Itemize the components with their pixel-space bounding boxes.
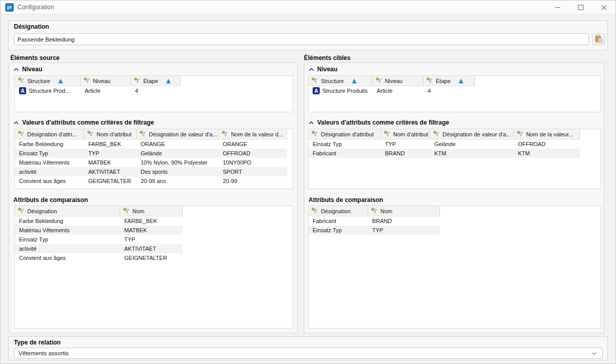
- table-cell: Gelände: [137, 150, 219, 156]
- table-cell: MATBEK: [84, 159, 137, 166]
- source-filter-section-header[interactable]: Valeurs d'attributs comme critères de fi…: [13, 119, 154, 126]
- table-cell: Des sports: [137, 169, 219, 175]
- target-comparison-table: Désignation Nom FabricantBRANDEinsatz Ty…: [308, 206, 601, 329]
- table-row[interactable]: Farbe BekleidungFARBE_BEK: [15, 216, 183, 226]
- column-header[interactable]: Étape2: [424, 76, 475, 86]
- table-cell: FARBE_BEK: [84, 141, 137, 147]
- filter-icon[interactable]: [376, 77, 382, 84]
- table-cell: Einsatz Typ: [15, 150, 84, 156]
- column-header[interactable]: Structure1: [309, 76, 373, 86]
- column-header[interactable]: Désignation: [309, 206, 368, 216]
- table-cell: Convient aux âges: [15, 255, 120, 261]
- table-row[interactable]: Matériau VêtementsMATBEK10% Nylon, 90% P…: [15, 158, 287, 167]
- column-header-label: Nom d'attribut: [97, 131, 131, 137]
- column-header[interactable]: Nom: [368, 206, 440, 216]
- filter-icon[interactable]: [18, 131, 25, 137]
- maximize-button[interactable]: [569, 1, 592, 14]
- column-header-label: Désignation d'attribut: [321, 131, 374, 137]
- table-row[interactable]: Einsatz TypTYPGeländeOFFROAD: [309, 139, 580, 149]
- table-cell: TYP: [120, 236, 183, 242]
- section-label: Attributs de comparaison: [309, 196, 383, 204]
- section-label: Valeurs d'attributs comme critères de fi…: [317, 119, 449, 126]
- column-header[interactable]: Nom de la valeur...: [514, 129, 580, 139]
- table-cell: GEIGNETALTER: [120, 255, 183, 261]
- article-structure-icon: A: [19, 87, 26, 94]
- table-row[interactable]: Convient aux âgesGEIGNETALTER20-99 ans20…: [15, 176, 287, 186]
- filter-icon[interactable]: [312, 208, 318, 214]
- target-filter-section-header[interactable]: Valeurs d'attributs comme critères de fi…: [309, 119, 449, 126]
- minimize-button[interactable]: [546, 1, 569, 14]
- table-cell: Einsatz Typ: [309, 227, 368, 233]
- table-row[interactable]: A Structure Prod... Article 4: [15, 86, 181, 95]
- filter-icon[interactable]: [84, 77, 90, 84]
- table-row[interactable]: Farbe BekleidungFARBE_BEKORANGEORANGE: [15, 139, 287, 149]
- column-header-label: Désignation de valeur d'a...: [442, 131, 511, 137]
- column-header[interactable]: Désignation: [15, 206, 120, 216]
- column-header-label: Structure: [321, 78, 344, 84]
- table-cell: SPORT: [219, 169, 287, 175]
- column-header[interactable]: Nom de la valeur d...: [219, 129, 287, 139]
- table-row[interactable]: Einsatz TypTYP: [309, 226, 440, 235]
- column-header-label: Nom: [380, 208, 392, 214]
- filter-icon[interactable]: [427, 77, 433, 84]
- table-cell: 20-99: [219, 178, 287, 184]
- column-header[interactable]: Étape2: [131, 76, 181, 86]
- designation-input[interactable]: [14, 33, 589, 45]
- filter-icon[interactable]: [140, 131, 146, 137]
- target-niveau-section-header[interactable]: Niveau: [309, 66, 337, 73]
- filter-icon[interactable]: [312, 131, 318, 137]
- table-cell: Fabricant: [309, 218, 368, 224]
- column-header[interactable]: Niveau: [81, 76, 131, 86]
- filter-icon[interactable]: [222, 131, 228, 137]
- table-row[interactable]: Convient aux âgesGEIGNETALTER: [15, 253, 183, 262]
- table-header: Désignation d'attribut Nom d'attribut Dé…: [309, 129, 580, 139]
- relation-type-combobox[interactable]: Vêtements assortis: [14, 348, 603, 359]
- source-niveau-section-header[interactable]: Niveau: [13, 66, 42, 73]
- table-cell: activité: [15, 246, 120, 252]
- column-header[interactable]: Structure1: [15, 76, 81, 86]
- collapse-chevron-up-icon: [309, 121, 314, 125]
- source-comparison-table: Désignation Nom Farbe BekleidungFARBE_BE…: [14, 206, 293, 329]
- column-header-label: Nom de la valeur...: [526, 131, 573, 137]
- column-header[interactable]: Désignation de valeur d'a...: [137, 129, 219, 139]
- filter-icon[interactable]: [18, 208, 25, 214]
- combobox-value: Vêtements assortis: [18, 350, 591, 356]
- paste-button[interactable]: [592, 33, 605, 45]
- column-header[interactable]: Désignation d'attri...: [15, 129, 84, 139]
- column-header[interactable]: Nom: [120, 206, 183, 216]
- table-row[interactable]: activitéAKTIVITAET: [15, 244, 183, 253]
- etape-cell: 4: [424, 88, 475, 94]
- table-row[interactable]: FabricantBRANDKTMKTM: [309, 149, 580, 158]
- filter-icon[interactable]: [384, 131, 391, 137]
- column-header[interactable]: Niveau: [373, 76, 424, 86]
- filter-icon[interactable]: [18, 77, 25, 84]
- table-cell: 20-99 ans: [137, 178, 219, 184]
- column-header[interactable]: Désignation d'attribut: [309, 129, 381, 139]
- filter-icon[interactable]: [87, 131, 94, 137]
- configuration-window: pr Configuration Désignation: [0, 0, 616, 364]
- sort-indicator-icon: 1: [58, 78, 64, 84]
- filter-icon[interactable]: [134, 77, 141, 84]
- filter-icon[interactable]: [123, 208, 130, 214]
- filter-icon[interactable]: [517, 131, 524, 137]
- table-row[interactable]: Matériau VêtementsMATBEK: [15, 226, 183, 235]
- column-header[interactable]: Nom d'attribut: [381, 129, 430, 139]
- column-header[interactable]: Désignation de valeur d'a...: [430, 129, 514, 139]
- source-panel: Niveau Structure1 Niveau Étape2 A Struct…: [9, 63, 298, 333]
- table-row[interactable]: Einsatz TypTYPGeländeOFFROAD: [15, 149, 287, 158]
- table-row[interactable]: FabricantBRAND: [309, 216, 440, 226]
- filter-icon[interactable]: [312, 77, 318, 84]
- column-header-label: Désignation de valeur d'a...: [149, 131, 217, 137]
- table-cell: BRAND: [381, 150, 430, 156]
- etape-cell: 4: [131, 88, 181, 94]
- close-button[interactable]: [592, 1, 615, 14]
- filter-icon[interactable]: [371, 208, 378, 214]
- table-row[interactable]: activitéAKTIVITAETDes sportsSPORT: [15, 167, 287, 176]
- filter-icon[interactable]: [433, 131, 440, 137]
- column-header[interactable]: Nom d'attribut: [84, 129, 137, 139]
- collapse-chevron-up-icon: [13, 68, 19, 71]
- table-header: Désignation Nom: [309, 206, 440, 216]
- table-row[interactable]: A Structure Produits Article 4: [309, 86, 475, 95]
- table-cell: Convient aux âges: [15, 178, 84, 184]
- table-row[interactable]: Einsatz TypTYP: [15, 235, 183, 244]
